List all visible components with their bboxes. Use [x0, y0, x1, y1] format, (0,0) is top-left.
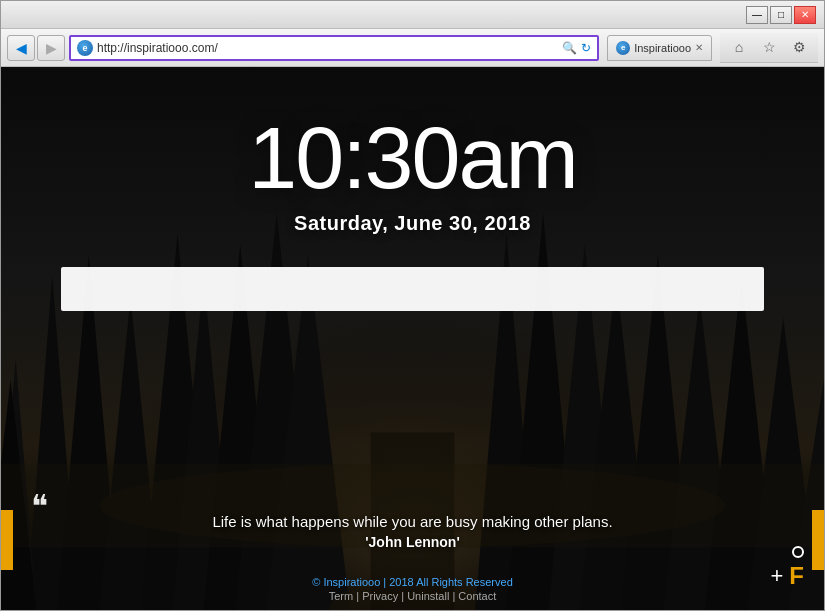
time-display: 10:30am: [1, 107, 824, 209]
quote-text: Life is what happens while you are busy …: [1, 513, 824, 530]
favorites-icon[interactable]: ☆: [758, 36, 780, 58]
settings-icon[interactable]: ⚙: [788, 36, 810, 58]
address-right: 🔍 ↻: [562, 41, 591, 55]
tab-label: Inspiratiooo: [634, 42, 691, 54]
date-display: Saturday, June 30, 2018: [1, 212, 824, 235]
close-button[interactable]: ✕: [794, 6, 816, 24]
back-button[interactable]: ◀: [7, 35, 35, 61]
address-bar[interactable]: e http://inspiratiooo.com/ 🔍 ↻: [69, 35, 599, 61]
ie-icon: e: [77, 40, 93, 56]
url-text: http://inspiratiooo.com/: [97, 41, 558, 55]
refresh-icon[interactable]: ↻: [581, 41, 591, 55]
home-icon[interactable]: ⌂: [728, 36, 750, 58]
tab-item[interactable]: e Inspiratiooo ✕: [607, 35, 712, 61]
footer-links: Term | Privacy | Uninstall | Contact: [1, 590, 824, 602]
tab-bar: e Inspiratiooo ✕: [603, 35, 716, 61]
tab-close-icon[interactable]: ✕: [695, 42, 703, 53]
search-icon[interactable]: 🔍: [562, 41, 577, 55]
quote-section: Life is what happens while you are busy …: [1, 513, 824, 550]
page-content: 10:30am Saturday, June 30, 2018 ❝ Life i…: [1, 67, 824, 610]
page-footer: © Inspiratiooo | 2018 All Rights Reserve…: [1, 576, 824, 602]
search-bar-container: [61, 267, 764, 311]
minimize-button[interactable]: —: [746, 6, 768, 24]
tab-favicon: e: [616, 41, 630, 55]
search-input[interactable]: [61, 267, 764, 311]
browser-window: — □ ✕ ◀ ▶ e http://inspiratiooo.com/ 🔍 ↻…: [0, 0, 825, 611]
footer-copyright: © Inspiratiooo | 2018 All Rights Reserve…: [1, 576, 824, 588]
quote-author: 'John Lennon': [1, 534, 824, 550]
nav-dot[interactable]: [792, 546, 804, 558]
nav-back-fwd: ◀ ▶: [7, 35, 65, 61]
nav-bar: ◀ ▶ e http://inspiratiooo.com/ 🔍 ↻ e Ins…: [1, 29, 824, 67]
browser-toolbar: ⌂ ☆ ⚙: [720, 33, 818, 63]
maximize-button[interactable]: □: [770, 6, 792, 24]
title-bar-buttons: — □ ✕: [746, 6, 816, 24]
title-bar: — □ ✕: [1, 1, 824, 29]
forward-button[interactable]: ▶: [37, 35, 65, 61]
